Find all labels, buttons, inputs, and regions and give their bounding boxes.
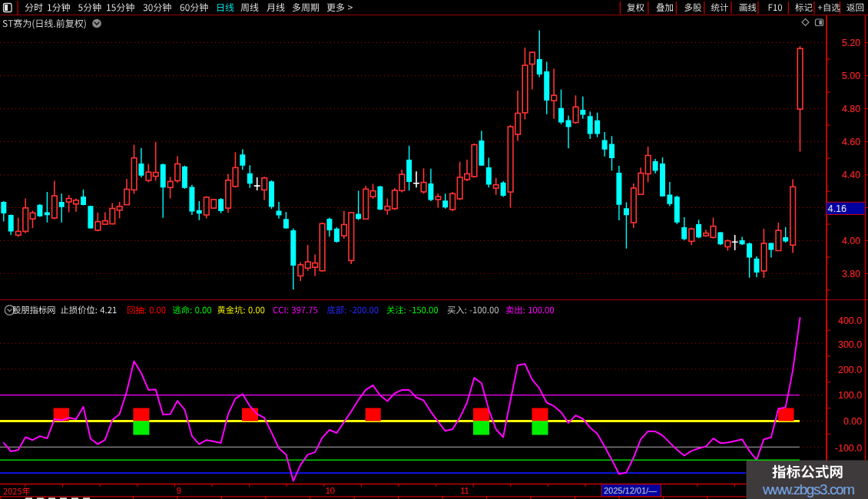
svg-text:www.zbgs3.com: www.zbgs3.com xyxy=(762,481,855,497)
svg-text:-100.0: -100.0 xyxy=(835,443,862,454)
svg-text:4.60: 4.60 xyxy=(842,137,860,147)
svg-text:4.00: 4.00 xyxy=(842,236,860,246)
svg-text:5.20: 5.20 xyxy=(842,38,860,48)
svg-text:11: 11 xyxy=(460,486,469,495)
svg-text:4.16: 4.16 xyxy=(828,203,846,214)
svg-text:300.0: 300.0 xyxy=(838,339,862,350)
svg-text:5.00: 5.00 xyxy=(842,71,860,81)
svg-text:200.0: 200.0 xyxy=(838,365,862,375)
svg-text:100.0: 100.0 xyxy=(838,390,862,401)
svg-text:400.0: 400.0 xyxy=(838,316,862,326)
svg-text:9: 9 xyxy=(177,486,181,495)
svg-text:3.80: 3.80 xyxy=(842,269,860,279)
svg-text:4.80: 4.80 xyxy=(842,104,860,114)
svg-text:10: 10 xyxy=(326,486,335,495)
svg-text:0.00: 0.00 xyxy=(843,416,862,427)
svg-text:4.40: 4.40 xyxy=(842,170,860,180)
svg-text:2025/12/01/—: 2025/12/01/— xyxy=(604,486,657,495)
